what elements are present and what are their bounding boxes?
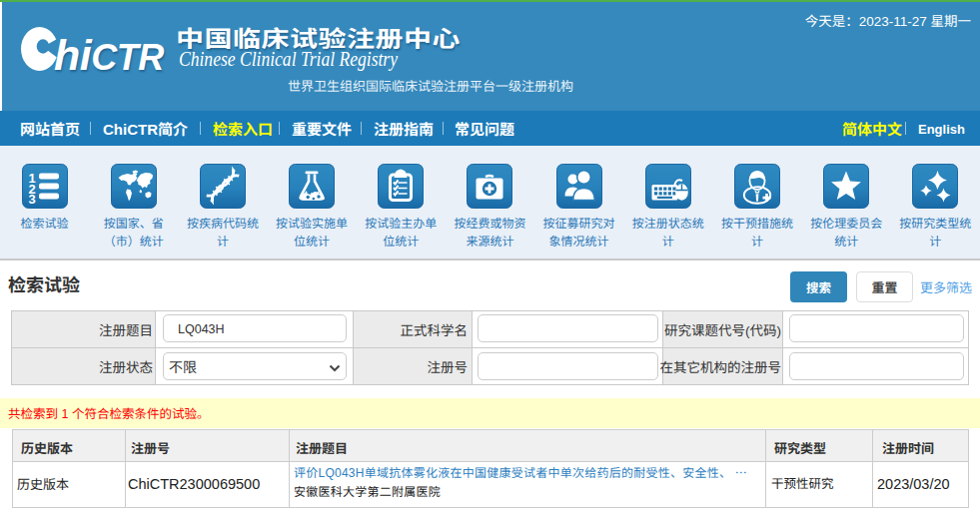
svg-text:3: 3 bbox=[28, 192, 35, 207]
